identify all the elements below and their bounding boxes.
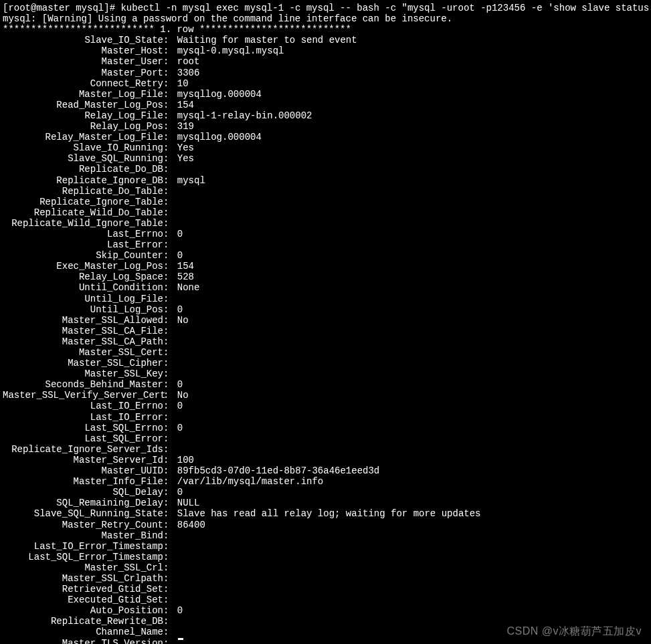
status-label: Replicate_Rewrite_DB (3, 616, 163, 627)
status-label: Replicate_Wild_Do_Table (3, 207, 163, 218)
prompt-command: kubectl -n mysql exec mysql-1 -c mysql -… (120, 3, 651, 13)
colon-separator: : (163, 282, 177, 293)
status-row: SQL_Delay: 0 (3, 487, 648, 498)
status-row: Master_Retry_Count: 86400 (3, 520, 648, 530)
status-label: Master_SSL_Key (3, 368, 163, 379)
status-label: Master_SSL_CA_Path (3, 336, 163, 347)
status-value: 10 (177, 78, 189, 89)
colon-separator: : (163, 35, 177, 45)
status-label: Master_Info_File (3, 476, 163, 487)
status-row: Master_SSL_Allowed: No (3, 315, 648, 326)
status-value: 0 (177, 487, 183, 498)
status-row: Master_SSL_CA_Path: (3, 336, 648, 347)
status-row: Exec_Master_Log_Pos: 154 (3, 261, 648, 272)
status-label: Executed_Gtid_Set (3, 595, 163, 605)
status-value: 0 (177, 250, 183, 261)
status-row: Replicate_Do_DB: (3, 164, 648, 175)
colon-separator: : (163, 218, 177, 229)
status-label: Master_SSL_CA_File (3, 326, 163, 336)
colon-separator: : (163, 186, 177, 197)
colon-separator: : (163, 110, 177, 121)
status-row: Relay_Master_Log_File: mysqllog.000004 (3, 132, 648, 142)
colon-separator: : (163, 175, 177, 186)
colon-separator: : (163, 326, 177, 336)
colon-separator: : (163, 56, 177, 67)
status-value: 154 (177, 100, 194, 110)
status-label: Connect_Retry (3, 78, 163, 89)
status-label: Replicate_Wild_Ignore_Table (3, 218, 163, 229)
status-label: Relay_Log_File (3, 110, 163, 121)
status-row: Master_TLS_Version: (3, 638, 648, 644)
status-label: Last_SQL_Error_Timestamp (3, 552, 163, 562)
status-row: Last_SQL_Error: (3, 433, 648, 444)
status-row: Seconds_Behind_Master: 0 (3, 379, 648, 390)
status-row: SQL_Remaining_Delay: NULL (3, 498, 648, 508)
status-label: Last_Error (3, 239, 163, 250)
colon-separator: : (163, 100, 177, 110)
status-value: No (177, 390, 189, 401)
status-row: Master_Port: 3306 (3, 68, 648, 78)
status-row: Replicate_Ignore_Server_Ids: (3, 444, 648, 455)
colon-separator: : (163, 368, 177, 379)
colon-separator: : (163, 89, 177, 100)
status-value: mysqllog.000004 (177, 132, 262, 142)
status-row: Master_Bind: (3, 530, 648, 541)
colon-separator: : (163, 616, 177, 627)
status-row: Master_SSL_Cipher: (3, 358, 648, 368)
status-row: Retrieved_Gtid_Set: (3, 584, 648, 595)
status-row: Last_IO_Errno: 0 (3, 401, 648, 411)
status-value: 0 (177, 401, 183, 411)
status-label: Slave_SQL_Running (3, 153, 163, 164)
status-row: Replicate_Do_Table: (3, 186, 648, 197)
colon-separator: : (163, 207, 177, 218)
colon-separator: : (163, 423, 177, 433)
colon-separator: : (163, 552, 177, 562)
status-label: Master_TLS_Version (3, 638, 163, 644)
status-label: Retrieved_Gtid_Set (3, 584, 163, 595)
status-value: mysql-0.mysql.mysql (177, 45, 284, 56)
status-value: 0 (177, 304, 183, 315)
status-row: Slave_SQL_Running_State: Slave has read … (3, 508, 648, 519)
status-label: Master_SSL_Allowed (3, 315, 163, 326)
colon-separator: : (163, 476, 177, 487)
status-row: Replicate_Wild_Do_Table: (3, 207, 648, 218)
status-label: Relay_Log_Space (3, 272, 163, 282)
colon-separator: : (163, 433, 177, 444)
status-label: Until_Log_File (3, 294, 163, 304)
colon-separator: : (163, 142, 177, 153)
status-value: 89fb5cd3-07d0-11ed-8b87-36a46e1eed3d (177, 465, 379, 476)
colon-separator: : (163, 487, 177, 498)
status-label: Master_SSL_Verify_Server_Cert (3, 390, 163, 401)
status-value: 0 (177, 379, 183, 390)
status-value: root (177, 56, 200, 67)
colon-separator: : (163, 444, 177, 455)
colon-separator: : (163, 455, 177, 465)
colon-separator: : (163, 498, 177, 508)
status-row: Relay_Log_File: mysql-1-relay-bin.000002 (3, 110, 648, 121)
colon-separator: : (163, 595, 177, 605)
status-label: Read_Master_Log_Pos (3, 100, 163, 110)
colon-separator: : (163, 239, 177, 250)
status-label: Master_UUID (3, 465, 163, 476)
colon-separator: : (163, 605, 177, 616)
status-row: Last_IO_Error: (3, 412, 648, 423)
colon-separator: : (163, 584, 177, 595)
colon-separator: : (163, 78, 177, 89)
colon-separator: : (163, 541, 177, 552)
status-value: mysqllog.000004 (177, 89, 262, 100)
colon-separator: : (163, 358, 177, 368)
colon-separator: : (163, 229, 177, 239)
status-value: 86400 (177, 520, 205, 530)
status-value: NULL (177, 498, 200, 508)
status-row: Last_IO_Error_Timestamp: (3, 541, 648, 552)
status-value: None (177, 282, 200, 293)
colon-separator: : (163, 379, 177, 390)
colon-separator: : (163, 336, 177, 347)
status-label: Master_SSL_Cipher (3, 358, 163, 368)
status-value: 154 (177, 261, 194, 272)
status-row: Replicate_Rewrite_DB: (3, 616, 648, 627)
status-label: Skip_Counter (3, 250, 163, 261)
status-row: Last_SQL_Error_Timestamp: (3, 552, 648, 562)
colon-separator: : (163, 520, 177, 530)
colon-separator: : (163, 68, 177, 78)
